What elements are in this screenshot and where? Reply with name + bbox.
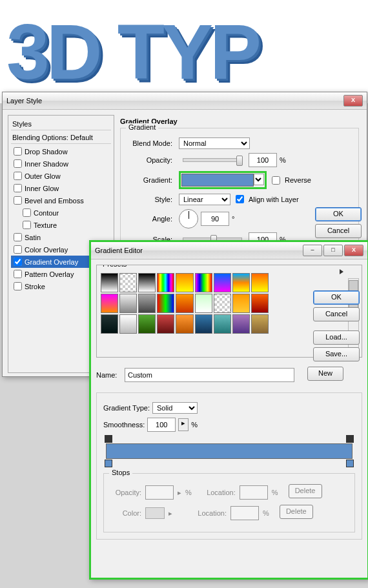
color-stop-right[interactable] — [346, 460, 354, 467]
color-stop-left[interactable] — [105, 460, 112, 467]
opacity-label: Opacity: — [127, 156, 172, 164]
style-inner-glow[interactable]: Inner Glow — [11, 182, 111, 194]
gradient-editor-buttons: OK Cancel Load... Save... — [313, 290, 358, 364]
preset-swatch[interactable] — [157, 314, 174, 334]
background-3d-text: 3D TYP — [0, 0, 368, 103]
maximize-icon[interactable]: □ — [323, 245, 343, 256]
chevron-right-icon[interactable]: ▸ — [178, 418, 189, 431]
checkbox[interactable] — [14, 196, 22, 205]
new-button[interactable]: New — [307, 367, 343, 381]
style-texture[interactable]: Texture — [11, 219, 111, 231]
preset-swatch[interactable] — [157, 273, 174, 292]
presets-label: Presets — [101, 265, 128, 268]
gradient-bar[interactable] — [106, 443, 353, 459]
preset-swatch[interactable] — [251, 314, 269, 334]
styles-header[interactable]: Styles — [11, 118, 111, 130]
gradient-label: Gradient: — [127, 176, 172, 184]
checkbox[interactable] — [14, 184, 22, 192]
style-inner-shadow[interactable]: Inner Shadow — [11, 157, 111, 170]
preset-swatch[interactable] — [232, 273, 250, 292]
style-contour[interactable]: Contour — [11, 207, 111, 219]
checkbox[interactable] — [14, 233, 22, 241]
close-icon[interactable]: X — [343, 95, 363, 106]
preset-swatch[interactable] — [195, 294, 212, 313]
preset-swatch[interactable] — [138, 314, 156, 334]
opacity-stop-right[interactable] — [346, 435, 354, 443]
preset-swatch[interactable] — [138, 294, 156, 313]
stop-location-label: Location: — [192, 509, 227, 517]
preset-swatch[interactable] — [251, 294, 269, 313]
preset-swatch[interactable] — [101, 294, 118, 313]
stop-opacity-field — [145, 485, 174, 500]
preset-swatch[interactable] — [176, 273, 193, 292]
preset-swatch[interactable] — [119, 314, 137, 334]
checkbox[interactable] — [23, 221, 31, 229]
presets-menu-icon[interactable] — [340, 269, 346, 274]
blend-mode-label: Blend Mode: — [127, 139, 172, 147]
blending-options[interactable]: Blending Options: Default — [11, 132, 111, 144]
align-checkbox[interactable] — [236, 195, 244, 203]
blend-mode-select[interactable]: Normal — [179, 137, 250, 149]
opacity-stop-left[interactable] — [105, 435, 112, 443]
save-button[interactable]: Save... — [313, 347, 360, 361]
style-bevel[interactable]: Bevel and Emboss — [11, 194, 111, 207]
stop-location-label: Location: — [201, 489, 236, 496]
style-label: Style: — [127, 196, 172, 203]
ok-button[interactable]: OK — [315, 207, 362, 221]
preset-swatch[interactable] — [251, 273, 269, 292]
3d-text: 3D TYP — [0, 7, 258, 96]
name-label: Name: — [96, 371, 122, 379]
preset-swatch[interactable] — [214, 294, 231, 313]
angle-dial[interactable] — [179, 209, 198, 228]
checkbox[interactable] — [14, 159, 22, 168]
close-icon[interactable]: X — [344, 245, 363, 256]
angle-field[interactable] — [201, 212, 229, 226]
opacity-slider[interactable] — [183, 158, 242, 162]
gradient-dropdown[interactable] — [254, 174, 264, 185]
gradient-editor-titlebar[interactable]: Gradient Editor – □ X — [91, 242, 367, 259]
preset-swatch[interactable] — [232, 314, 250, 334]
preset-swatch[interactable] — [138, 273, 156, 292]
stop-color-label: Color: — [110, 509, 141, 517]
preset-swatch[interactable] — [195, 273, 212, 292]
gradient-editor-window: Gradient Editor – □ X Presets OK Cancel … — [89, 240, 368, 580]
gradient-swatch[interactable] — [181, 174, 254, 187]
load-button[interactable]: Load... — [313, 330, 360, 345]
checkbox[interactable] — [23, 208, 31, 217]
reverse-checkbox[interactable] — [272, 176, 280, 185]
preset-swatch[interactable] — [195, 314, 212, 334]
preset-swatch[interactable] — [232, 294, 250, 313]
ok-button[interactable]: OK — [313, 290, 360, 305]
layer-style-titlebar[interactable]: Layer Style X — [3, 92, 367, 110]
preset-swatch[interactable] — [214, 314, 231, 334]
delete-button: Delete — [289, 484, 322, 498]
style-outer-glow[interactable]: Outer Glow — [11, 170, 111, 182]
gradient-legend: Gradient — [126, 123, 158, 131]
checkbox[interactable] — [14, 172, 22, 180]
preset-swatch[interactable] — [176, 294, 193, 313]
preset-swatch[interactable] — [101, 314, 118, 334]
opacity-field[interactable] — [249, 153, 277, 167]
name-field[interactable] — [125, 368, 294, 382]
checkbox[interactable] — [14, 147, 22, 156]
stop-location-field — [230, 506, 259, 520]
preset-swatch[interactable] — [119, 294, 137, 313]
checkbox[interactable] — [14, 245, 22, 254]
type-label: Gradient Type: — [103, 404, 150, 412]
cancel-button[interactable]: Cancel — [313, 307, 360, 321]
type-select[interactable]: Solid — [152, 402, 198, 414]
preset-swatch[interactable] — [176, 314, 193, 334]
preset-swatch[interactable] — [157, 294, 174, 313]
preset-swatch[interactable] — [101, 273, 118, 292]
cancel-button[interactable]: Cancel — [315, 224, 362, 238]
style-drop-shadow[interactable]: Drop Shadow — [11, 145, 111, 157]
stops-panel: Stops Opacity: ▸% Location: % Delete Col… — [103, 473, 355, 532]
preset-swatch[interactable] — [214, 273, 231, 292]
checkbox[interactable] — [14, 270, 22, 278]
checkbox[interactable] — [14, 282, 22, 290]
style-select[interactable]: Linear — [179, 194, 230, 205]
smoothness-field[interactable] — [147, 418, 176, 432]
minimize-icon[interactable]: – — [303, 245, 322, 256]
preset-swatch[interactable] — [119, 273, 137, 292]
checkbox[interactable] — [14, 258, 22, 266]
